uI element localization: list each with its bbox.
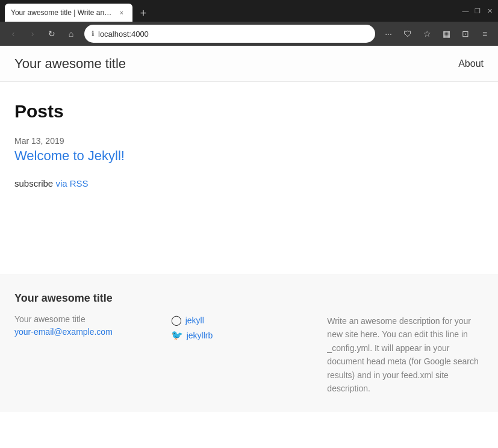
site-nav: About [458, 58, 484, 69]
url-display: localhost:4000 [98, 30, 368, 39]
address-bar[interactable]: ℹ localhost:4000 [84, 25, 375, 43]
twitter-link[interactable]: jekyllrb [187, 331, 213, 340]
footer-description: Write an awesome description for your ne… [327, 314, 484, 395]
browser-chrome: Your awesome title | Write an awes × + —… [0, 0, 498, 46]
close-button[interactable]: ✕ [486, 7, 493, 14]
site-header: Your awesome title About [0, 46, 498, 82]
home-button[interactable]: ⌂ [63, 25, 79, 42]
twitter-item: 🐦 jekyllrb [171, 329, 328, 341]
github-item: ◯ jekyll [171, 314, 328, 326]
menu-icon[interactable]: ≡ [476, 25, 493, 42]
sidebar-icon[interactable]: ⊡ [457, 25, 474, 42]
site-main: Posts Mar 13, 2019 Welcome to Jekyll! su… [0, 82, 498, 275]
reading-mode-icon[interactable]: ▦ [438, 25, 455, 42]
tab-bar: Your awesome title | Write an awes × + [5, 0, 152, 22]
shield-icon[interactable]: 🛡 [399, 25, 416, 42]
bookmark-icon[interactable]: ☆ [419, 25, 435, 42]
twitter-icon: 🐦 [171, 329, 183, 341]
post-list-item: Mar 13, 2019 Welcome to Jekyll! [14, 136, 484, 164]
footer-col-desc: Write an awesome description for your ne… [327, 314, 484, 395]
browser-toolbar: ‹ › ↻ ⌂ ℹ localhost:4000 ··· 🛡 ☆ ▦ ⊡ ≡ [0, 22, 498, 46]
site-footer: Your awesome title Your awesome title yo… [0, 275, 498, 412]
refresh-button[interactable]: ↻ [43, 25, 60, 42]
new-tab-button[interactable]: + [135, 5, 152, 22]
rss-subscribe: subscribe via RSS [14, 178, 484, 188]
rss-link[interactable]: via RSS [55, 178, 88, 188]
footer-col-contact: Your awesome title your-email@example.co… [14, 314, 171, 395]
browser-tab[interactable]: Your awesome title | Write an awes × [5, 4, 132, 22]
browser-titlebar: Your awesome title | Write an awes × + —… [0, 0, 498, 22]
footer-columns: Your awesome title your-email@example.co… [14, 314, 484, 395]
tab-title: Your awesome title | Write an awes [11, 8, 113, 17]
minimize-button[interactable]: — [462, 7, 469, 14]
github-link[interactable]: jekyll [185, 316, 204, 325]
nav-about-link[interactable]: About [458, 58, 484, 69]
post-date: Mar 13, 2019 [14, 136, 484, 146]
subscribe-text: subscribe [14, 178, 55, 188]
forward-button[interactable]: › [24, 25, 41, 42]
post-title-link[interactable]: Welcome to Jekyll! [14, 148, 125, 163]
github-icon: ◯ [171, 314, 182, 326]
footer-heading: Your awesome title [14, 292, 484, 305]
restore-button[interactable]: ❒ [474, 7, 481, 14]
footer-col-social: ◯ jekyll 🐦 jekyllrb [171, 314, 328, 395]
toolbar-right: ··· 🛡 ☆ ▦ ⊡ ≡ [380, 25, 493, 42]
more-button[interactable]: ··· [380, 25, 397, 42]
footer-site-name: Your awesome title [14, 314, 171, 324]
info-icon: ℹ [92, 30, 95, 38]
site-title-link[interactable]: Your awesome title [14, 56, 126, 72]
back-button[interactable]: ‹ [5, 25, 22, 42]
tab-close-button[interactable]: × [117, 8, 126, 17]
footer-email-link[interactable]: your-email@example.com [14, 327, 113, 337]
posts-heading: Posts [14, 101, 484, 122]
window-controls: — ❒ ✕ [462, 7, 493, 14]
